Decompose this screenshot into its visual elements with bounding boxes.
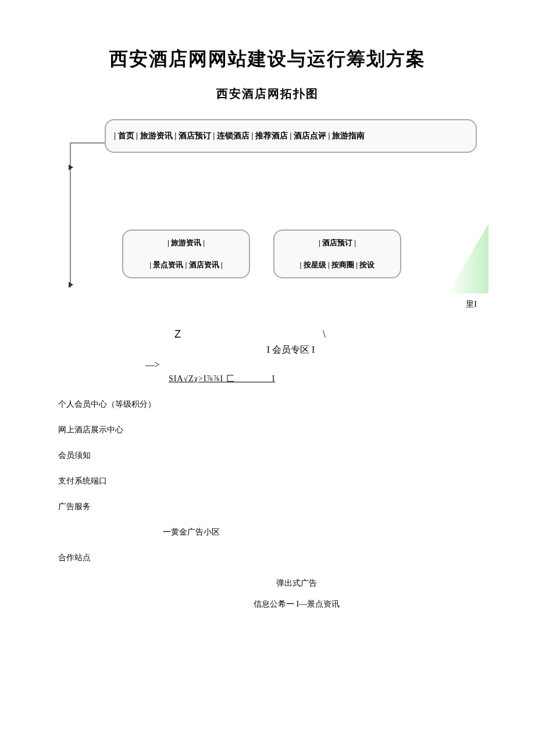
box-sublabel: | 景点资讯 | 酒店资讯 | [133, 260, 240, 270]
hotel-booking-box: | 酒店预订 | | 按星级 | 按商圈 | 按设 [273, 230, 401, 278]
decorative-shape [448, 224, 488, 293]
diagram-hline [70, 142, 105, 144]
list-item: 弹出式广告 [116, 578, 477, 589]
dash-arrow: —> [145, 360, 477, 370]
z-letter: Z [174, 328, 181, 341]
arrow-icon [69, 164, 73, 170]
list-item: 信息公希一 I—景点资讯 [116, 599, 477, 610]
list-item: 广告服务 [58, 501, 477, 512]
box-sublabel: | 按星级 | 按商圈 | 按设 [284, 260, 391, 270]
page-subtitle: 西安酒店网拓扑图 [58, 86, 477, 102]
list-item: 网上酒店展示中心 [58, 425, 477, 435]
box-label: | 酒店预订 | [284, 238, 391, 248]
list-item: 一黄金广告小区 [163, 527, 477, 538]
arrow-icon [69, 282, 73, 288]
list-item: 支付系统端口 [58, 476, 477, 486]
sia-line: SIA√Zχ>I⅞⅞I 匚________I [169, 374, 477, 384]
list-item: 合作站点 [58, 553, 477, 563]
tourism-info-box: | 旅游资讯 | | 景点资讯 | 酒店资讯 | [122, 230, 250, 278]
list-item: 个人会员中心（等级积分） [58, 399, 477, 410]
box-label: | 旅游资讯 | [133, 238, 240, 248]
text-row: Z \ [58, 317, 477, 341]
page-title: 西安酒店网网站建设与运行筹划方案 [58, 46, 477, 72]
backslash-char: \ [323, 328, 326, 341]
member-zone-label: I 会员专区 I [105, 344, 477, 356]
list-item: 会员须知 [58, 450, 477, 461]
topology-diagram: | 首页 | 旅游资讯 | 酒店预订 | 连锁酒店 | 推荐酒店 | 酒店点评 … [70, 119, 477, 317]
nav-box: | 首页 | 旅游资讯 | 酒店预订 | 连锁酒店 | 推荐酒店 | 酒店点评 … [105, 119, 477, 153]
li-label: 里I [466, 299, 477, 310]
